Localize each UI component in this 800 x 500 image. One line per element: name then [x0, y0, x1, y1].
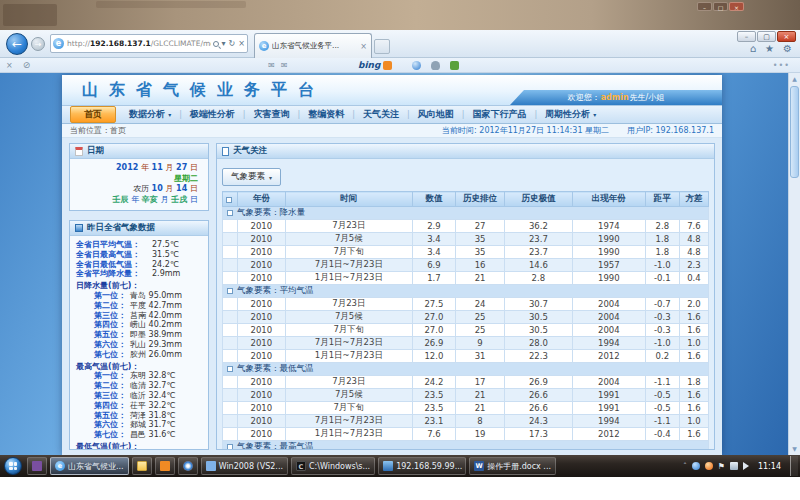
forward-button[interactable]: → — [31, 37, 45, 51]
volume-icon[interactable] — [743, 462, 749, 470]
back-button[interactable]: ← — [6, 33, 28, 55]
nav-item-8[interactable]: 周期性分析 ▾ — [537, 107, 604, 122]
more-options-icon[interactable]: ••• — [773, 61, 790, 70]
addon-paw-icon[interactable] — [431, 61, 440, 70]
element-filter-button[interactable]: 气象要素 ▾ — [222, 168, 281, 186]
checkbox-icon[interactable] — [226, 197, 232, 203]
table-section-row[interactable]: 气象要素：最高气温 — [223, 441, 709, 450]
scrollbar-thumb[interactable] — [790, 86, 799, 178]
stats-panel-title: 昨日全省气象数据 — [87, 222, 155, 234]
close-toolbar-icon[interactable]: × — [6, 61, 13, 70]
taskbar-item-1[interactable]: e山东省气候业... — [50, 457, 129, 475]
rank-item: 第四位：茌平 32.2℃ — [76, 401, 204, 411]
table-cell: 3.4 — [412, 233, 456, 246]
nav-item-2[interactable]: 极端性分析 — [182, 107, 243, 122]
taskbar-item-6[interactable]: CC:\Windows\s... — [291, 457, 375, 475]
stop-icon[interactable]: × — [238, 39, 245, 48]
nav-item-0[interactable]: 首页 — [70, 106, 116, 123]
content-area: 日期 2012 年 11 月 27 日星期二农历 10 月 14 日壬辰 年 辛… — [62, 138, 722, 455]
table-cell: 1.0 — [679, 337, 708, 350]
taskbar-clock[interactable]: 11:14 — [758, 462, 781, 471]
nav-item-4[interactable]: 整编资料 — [300, 107, 352, 122]
tray-app-icon[interactable] — [705, 462, 713, 470]
rank-item: 第三位：莒南 42.0mm — [76, 311, 204, 321]
address-bar[interactable]: e http://192.168.137.1/GLCCLIMATE/module… — [50, 34, 248, 53]
table-cell: 2010 — [237, 311, 286, 324]
nav-item-5[interactable]: 天气关注 — [355, 107, 407, 122]
url-text[interactable]: http://192.168.137.1/GLCCLIMATE/modules/… — [67, 39, 211, 48]
new-tab-button[interactable] — [374, 39, 390, 54]
start-button[interactable] — [4, 457, 22, 475]
rank-item: 第五位：菏泽 31.8℃ — [76, 411, 204, 421]
settings-gear-icon[interactable]: ⚙ — [783, 43, 792, 54]
action-center-flag-icon[interactable]: ⚑ — [718, 462, 725, 471]
table-section-row[interactable]: 气象要素：降水量 — [223, 207, 709, 220]
checkbox-icon[interactable] — [227, 288, 233, 294]
minimize-icon[interactable]: – — [737, 31, 756, 42]
show-desktop-button[interactable] — [790, 456, 798, 476]
column-header: 方差 — [679, 192, 708, 207]
vertical-scrollbar[interactable]: ▲ ▼ — [788, 73, 800, 455]
messenger-icon[interactable] — [412, 61, 421, 70]
table-section-row[interactable]: 气象要素：最低气温 — [223, 363, 709, 376]
nav-item-1[interactable]: 数据分析 ▾ — [121, 107, 179, 122]
taskbar-item-5[interactable]: Win2008 (VS2... — [201, 457, 288, 475]
network-icon[interactable] — [730, 462, 738, 470]
column-header: 时间 — [286, 192, 412, 207]
scroll-up-icon[interactable]: ▲ — [789, 73, 800, 85]
nav-item-6[interactable]: 风向地图 — [410, 107, 462, 122]
taskbar-item-2[interactable] — [132, 457, 152, 475]
nav-item-7[interactable]: 国家下行产品 — [464, 107, 534, 122]
home-icon[interactable]: ⌂ — [750, 43, 756, 54]
table-cell: 2004 — [572, 376, 645, 389]
tray-app-icon[interactable] — [692, 462, 700, 470]
table-cell: 21 — [456, 272, 505, 285]
sidebar: 日期 2012 年 11 月 27 日星期二农历 10 月 14 日壬辰 年 辛… — [69, 143, 209, 450]
checkbox-icon[interactable] — [227, 366, 233, 372]
mail-icon[interactable]: ✉ — [281, 61, 288, 70]
table-cell: 2010 — [237, 272, 286, 285]
weather-stats-panel: 昨日全省气象数据 全省日平均气温：27.5℃全省日最高气温：31.5℃全省日最低… — [69, 220, 209, 450]
mail-icon[interactable]: ✉ — [268, 61, 275, 70]
table-cell: 7月5候 — [286, 311, 412, 324]
close-icon[interactable]: × — [729, 2, 744, 11]
tray-expand-icon[interactable]: ˄ — [683, 462, 687, 470]
bing-logo[interactable]: bing — [358, 60, 380, 70]
stat-group-heading: 日降水量(前七)： — [76, 281, 204, 291]
compatibility-icon[interactable]: ⊘ — [23, 60, 31, 70]
webpage: 山东省气候业务平台 欢迎您：admin 先生/小姐 首页数据分析 ▾|极端性分析… — [62, 75, 722, 455]
scroll-down-icon[interactable]: ▼ — [789, 443, 800, 455]
refresh-icon[interactable]: ↻ — [229, 39, 236, 48]
maximize-icon[interactable]: ▢ — [757, 31, 776, 42]
tab-close-icon[interactable]: × — [360, 42, 367, 51]
table-cell: 7月下旬 — [286, 324, 412, 337]
nav-item-3[interactable]: 灾害查询 — [246, 107, 298, 122]
table-cell: 14.6 — [504, 259, 572, 272]
checkbox-icon[interactable] — [227, 210, 233, 216]
taskbar-item-8[interactable]: W操作手册.docx ... — [469, 457, 556, 475]
task-label: 操作手册.docx ... — [487, 461, 551, 472]
search-icon[interactable] — [213, 41, 219, 47]
maximize-icon[interactable]: ▢ — [713, 2, 728, 11]
table-cell: 2010 — [237, 298, 286, 311]
taskbar-item-4[interactable] — [178, 457, 198, 475]
plugin-icon[interactable] — [450, 61, 459, 70]
browser-tab[interactable]: e 山东省气候业务平... × — [254, 33, 372, 58]
minimize-icon[interactable]: – — [697, 2, 712, 11]
table-section-row[interactable]: 气象要素：平均气温 — [223, 285, 709, 298]
taskbar-item-3[interactable] — [155, 457, 175, 475]
taskbar-item-0[interactable] — [27, 457, 47, 475]
folder-icon — [137, 461, 147, 471]
date-line: 壬辰 年 辛亥 月 壬戌 日 — [74, 195, 198, 206]
addon-icon[interactable] — [383, 61, 392, 70]
main-nav: 首页数据分析 ▾|极端性分析|灾害查询|整编资料|天气关注|风向地图|国家下行产… — [62, 105, 722, 124]
checkbox-icon[interactable] — [227, 444, 233, 450]
taskbar-item-7[interactable]: 192.168.59.99... — [378, 457, 466, 475]
table-row: 20107月23日24.21726.92004-1.11.8 — [223, 376, 709, 389]
chevron-down-icon[interactable]: ▾ — [222, 39, 226, 48]
close-icon[interactable]: × — [777, 31, 796, 42]
browser-toolbar: × ⊘ ✉ ✉ bing ••• — [0, 58, 800, 73]
favorites-star-icon[interactable]: ★ — [765, 43, 774, 54]
main-panel-title: 天气关注 — [233, 145, 267, 157]
column-header: 年份 — [237, 192, 286, 207]
